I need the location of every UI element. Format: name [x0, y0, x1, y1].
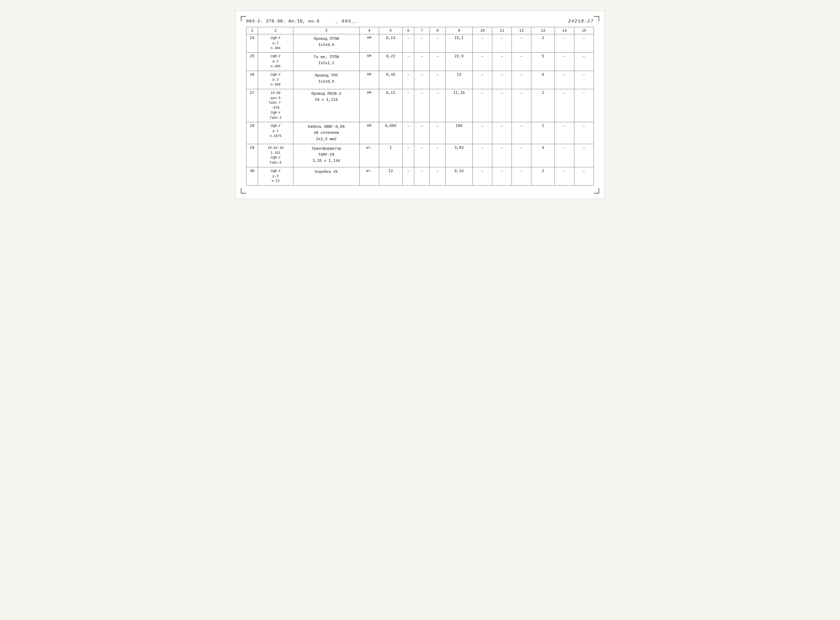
row-col10: –: [473, 144, 492, 167]
row-description: Коробка УК: [293, 167, 359, 185]
table-row: 2929-02-20 I-25I СЦМ-У Табл.6Трансформат…: [246, 144, 594, 167]
row-col5: 0,II: [379, 89, 403, 122]
row-col7: –: [414, 89, 430, 122]
row-col14: –: [554, 144, 574, 167]
table-row: 24СЦМ-У р.2 п.494Провод ПТПЖ Ix2x0,6КМ0,…: [246, 34, 594, 53]
row-col8: –: [430, 71, 445, 89]
row-col11: –: [492, 53, 512, 71]
row-col6: –: [402, 122, 414, 144]
row-col13: 2: [531, 34, 555, 53]
row-col6: –: [402, 53, 414, 71]
header-row: 903-I- 278.90. Ал.I8, кн.6 _ 665_. 24218…: [246, 19, 594, 24]
row-col11: –: [492, 89, 512, 122]
row-reference: 29-02-20 I-25I СЦМ-У Табл.6: [258, 144, 293, 167]
row-col10: –: [473, 89, 492, 122]
row-number: 28: [246, 122, 258, 144]
row-col14: –: [554, 53, 574, 71]
row-col13: 2: [531, 167, 555, 185]
col-header-15: 15: [574, 27, 594, 34]
row-col5: I: [379, 144, 403, 167]
row-col7: –: [414, 71, 430, 89]
col-header-14: 14: [554, 27, 574, 34]
main-table: 1 2 3 4 5 6 7 8 9 10 11 12 13 14 15 24СЦ…: [246, 27, 594, 185]
row-reference: СЦМ-У р.2 п.495: [258, 53, 293, 71]
row-col8: –: [430, 53, 445, 71]
col-header-2: 2: [258, 27, 293, 34]
header-row-columns: 1 2 3 4 5 6 7 8 9 10 11 12 13 14 15: [246, 27, 594, 34]
row-description: Трансформатор ТАМУ-I0 3,35 x I,I44: [293, 144, 359, 167]
row-col12: –: [512, 34, 531, 53]
row-col5: 0,005: [379, 122, 403, 144]
row-col9: 3,83: [445, 144, 473, 167]
row-col5: I2: [379, 167, 403, 185]
row-reference: СЦМ-У р.2 п.489: [258, 71, 293, 89]
row-col13: 5: [531, 53, 555, 71]
col-header-5: 5: [379, 27, 403, 34]
row-col5: 0,45: [379, 71, 403, 89]
row-col7: –: [414, 167, 430, 185]
row-unit: шт.: [359, 167, 379, 185]
col-header-3: 3: [293, 27, 359, 34]
row-reference: СЦМ-У р.2 п.494: [258, 34, 293, 53]
row-col14: –: [554, 71, 574, 89]
row-col15: –: [574, 89, 594, 122]
row-col13: I: [531, 89, 555, 122]
row-col7: –: [414, 34, 430, 53]
row-description: Кабель АВВГ-0,66 кВ сечением 2x2,5 мм2: [293, 122, 359, 144]
table-row: 25СЦМ-У р.2 п.495То же, ПТПЖ Ix2xI,2КМ0,…: [246, 53, 594, 71]
row-col15: –: [574, 122, 594, 144]
header-center: _ 665_.: [335, 19, 358, 24]
row-col15: –: [574, 34, 594, 53]
corner-tl: [241, 16, 246, 21]
table-row: 30СЦМ-У р.5 п.I3Коробка УКшт.I2–––0,I4––…: [246, 167, 594, 185]
row-col9: 22,9: [445, 53, 473, 71]
row-col8: –: [430, 122, 445, 144]
table-row: 28СЦМ-У р.I п.I075Кабель АВВГ-0,66 кВ се…: [246, 122, 594, 144]
row-col13: I: [531, 122, 555, 144]
col-header-9: 9: [445, 27, 473, 34]
row-col15: –: [574, 71, 594, 89]
col-header-11: 11: [492, 27, 512, 34]
table-row: 27I5-09 доп.5 Табл.7- -076 СЦМ-У Табл.2П…: [246, 89, 594, 122]
col-header-10: 10: [473, 27, 492, 34]
header-right: 24218-27: [568, 19, 594, 24]
row-col14: –: [554, 89, 574, 122]
row-col13: 6: [531, 71, 555, 89]
row-col14: –: [554, 167, 574, 185]
row-col15: –: [574, 167, 594, 185]
row-unit: КМ: [359, 89, 379, 122]
row-unit: КМ: [359, 122, 379, 144]
corner-bl: [241, 188, 246, 194]
row-col7: –: [414, 53, 430, 71]
col-header-4: 4: [359, 27, 379, 34]
row-col12: –: [512, 53, 531, 71]
row-col13: 4: [531, 144, 555, 167]
row-col14: –: [554, 34, 574, 53]
corner-br: [594, 188, 599, 194]
row-reference: СЦМ-У р.I п.I075: [258, 122, 293, 144]
row-unit: КМ: [359, 71, 379, 89]
row-col9: I3: [445, 71, 473, 89]
row-unit: КМ: [359, 34, 379, 53]
row-number: 27: [246, 89, 258, 122]
row-number: 26: [246, 71, 258, 89]
row-col12: –: [512, 122, 531, 144]
row-col14: –: [554, 122, 574, 144]
col-header-8: 8: [430, 27, 445, 34]
col-header-13: 13: [531, 27, 555, 34]
row-col8: –: [430, 34, 445, 53]
row-col8: –: [430, 144, 445, 167]
row-col5: 0,22: [379, 53, 403, 71]
row-col6: –: [402, 71, 414, 89]
row-unit: КМ: [359, 53, 379, 71]
row-col11: –: [492, 71, 512, 89]
row-col6: –: [402, 34, 414, 53]
row-unit: шт.: [359, 144, 379, 167]
row-col8: –: [430, 89, 445, 122]
row-col9: I66: [445, 122, 473, 144]
row-col11: –: [492, 34, 512, 53]
row-description: То же, ПТПЖ Ix2xI,2: [293, 53, 359, 71]
row-reference: I5-09 доп.5 Табл.7- -076 СЦМ-У Табл.2: [258, 89, 293, 122]
document-page: 903-I- 278.90. Ал.I8, кн.6 _ 665_. 24218…: [235, 11, 605, 199]
row-col10: –: [473, 34, 492, 53]
